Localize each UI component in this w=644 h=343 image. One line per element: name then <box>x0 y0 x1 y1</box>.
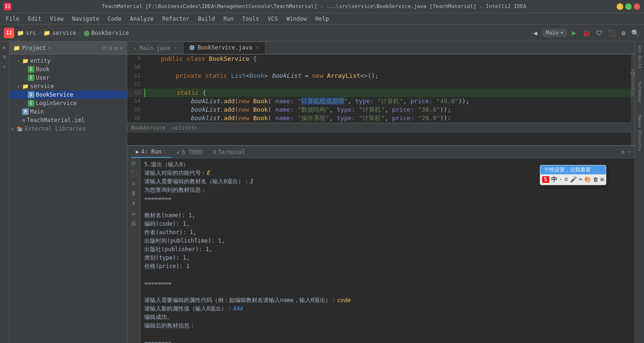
code-editor[interactable]: 9 public class BookService { 10 11 priva… <box>127 55 635 145</box>
ime-tool2-icon[interactable]: 🗑 <box>593 176 599 183</box>
close-panel-icon[interactable]: ✕ <box>120 45 123 51</box>
tree-service[interactable]: ▾ 📁 service <box>9 82 127 90</box>
menu-build[interactable]: Build <box>194 15 219 23</box>
close-button[interactable]: ✕ <box>634 3 640 10</box>
ime-dot-icon[interactable]: · <box>559 176 562 183</box>
menu-help[interactable]: Help <box>312 15 333 23</box>
favorites-icon[interactable]: ★ <box>1 62 8 70</box>
menu-file[interactable]: File <box>2 15 23 23</box>
window-controls[interactable]: ─ □ ✕ <box>617 3 640 10</box>
sync-icon[interactable]: ⟳ <box>102 45 107 51</box>
print-icon[interactable]: 🖨 <box>131 220 137 227</box>
database-icon[interactable]: Database <box>636 80 643 104</box>
menu-code[interactable]: Code <box>104 15 125 23</box>
class-icon: C <box>28 100 34 106</box>
stop-console-icon[interactable]: ⬛ <box>130 170 138 177</box>
tab-run-label: 4: Run <box>141 148 161 155</box>
rerun-icon[interactable]: ⟳ <box>131 160 136 167</box>
code-line-15: 15 bookList.add(new Book( name: "数据结构", … <box>127 106 635 114</box>
tab-terminal-label: Terminal <box>218 149 245 155</box>
breadcrumb-src[interactable]: 📁 <box>17 30 24 36</box>
minimize-button[interactable]: ─ <box>617 3 623 10</box>
menu-tools[interactable]: Tools <box>239 15 263 23</box>
folder-icon: 📚 <box>17 126 23 132</box>
console-line: ======== <box>144 279 631 287</box>
console-line: 价格(price): 1 <box>144 262 631 270</box>
settings-icon[interactable]: ⚙ <box>621 149 625 155</box>
tree-main[interactable]: M Main <box>9 107 127 116</box>
breadcrumb-class-icon: ⬤ <box>83 30 90 36</box>
console-output[interactable]: 5.退出（输入0） 请输入对应的功能代号：E 请输入需要编辑的教材名（输入0退出… <box>140 158 635 343</box>
debug-button[interactable]: 🐞 <box>581 28 591 38</box>
tree-loginservice[interactable]: C LoginService <box>9 99 127 107</box>
menu-vcs[interactable]: VCS <box>264 15 282 23</box>
ime-cn-icon[interactable]: 中 <box>551 175 557 184</box>
coverage-button[interactable]: 🛡 <box>595 28 603 38</box>
console-line: 出版社(publisher): 1, <box>144 245 631 253</box>
run-config[interactable]: Main ▾ <box>542 29 567 37</box>
collapse-icon[interactable]: ⊟ <box>109 45 112 51</box>
back-icon[interactable]: ◀ <box>532 28 538 38</box>
stop-button[interactable]: ⬛ <box>607 28 617 38</box>
menu-navigate[interactable]: Navigate <box>68 15 103 23</box>
ime-popup[interactable]: 个性设置，点我看看 S 中 · ☺ 🎤 ⌨ 🎨 🗑 ⊞ <box>540 165 606 185</box>
service-file-icon: ⬤ <box>189 44 195 50</box>
maximize-button[interactable]: □ <box>625 3 632 10</box>
ant-build-icon[interactable]: Ant Build <box>636 43 643 70</box>
menu-run[interactable]: Run <box>220 15 238 23</box>
run-icon: ▶ <box>136 148 139 155</box>
tab-close-icon[interactable]: ✕ <box>256 44 259 50</box>
module-icon: ⊞ <box>22 117 25 123</box>
tab-main[interactable]: ☕ Main.java ✕ <box>127 41 183 54</box>
breadcrumb-service-label[interactable]: service <box>52 30 76 36</box>
menu-view[interactable]: View <box>46 15 67 23</box>
tab-bookservice[interactable]: ⬤ BookService.java ✕ <box>183 41 265 54</box>
ime-keyboard-icon[interactable]: ⌨ <box>579 176 582 183</box>
project-tree: ▾ 📁 entity C Book C User ▾ 📁 service <box>9 55 127 343</box>
gear-icon[interactable]: ⚙ <box>115 45 118 51</box>
tab-run-close[interactable]: ✕ <box>164 149 166 154</box>
menu-refactor[interactable]: Refactor <box>158 15 193 23</box>
menu-analyze[interactable]: Analyze <box>126 15 157 23</box>
structure-icon[interactable]: ⊞ <box>1 53 8 60</box>
breadcrumb-src-label[interactable]: src <box>26 30 36 36</box>
ime-tool3-icon[interactable]: ⊞ <box>601 176 604 183</box>
maven-projects-icon[interactable]: Maven Projects <box>636 113 643 153</box>
menu-edit[interactable]: Edit <box>24 15 45 23</box>
project-icon[interactable]: ▶ <box>1 43 8 51</box>
ime-header-text: 个性设置，点我看看 <box>544 166 591 173</box>
code-line-14: 14 bookList.add(new Book( name: "计算机组成原理… <box>127 97 635 106</box>
close-console-icon[interactable]: ✕ <box>132 180 136 187</box>
tree-iml[interactable]: ⊞ TeachMaterial.iml <box>9 116 127 124</box>
search-icon[interactable]: 🔍 <box>630 28 640 38</box>
tree-bookservice-label: BookService <box>36 91 73 98</box>
tree-entity[interactable]: ▾ 📁 entity <box>9 57 127 65</box>
pause-icon[interactable]: ⏸ <box>131 190 137 197</box>
scroll-down-icon[interactable]: ⬇ <box>132 200 136 207</box>
settings-icon[interactable]: ⚙ <box>621 28 627 38</box>
scroll-thumb[interactable] <box>631 68 634 97</box>
tree-iml-label: TeachMaterial.iml <box>27 117 85 123</box>
menu-window[interactable]: Window <box>282 15 310 23</box>
minimize-panel-icon[interactable]: ─ <box>627 149 631 155</box>
console-line: 作者(author): 1, <box>144 228 631 237</box>
console-line: 请输入新的属性值（输入0退出）：AAA <box>144 304 631 313</box>
tab-close-icon[interactable]: ✕ <box>174 45 177 51</box>
tab-todo[interactable]: ✔ 6 TODO <box>172 147 207 158</box>
ime-tool1-icon[interactable]: 🎨 <box>584 176 591 183</box>
tab-run[interactable]: ▶ 4: Run ✕ <box>131 147 171 158</box>
run-button[interactable]: ▶ <box>571 27 578 38</box>
tab-terminal[interactable]: ⌘ Terminal <box>208 147 250 158</box>
console-line <box>144 270 631 279</box>
tree-user[interactable]: C User <box>9 74 127 82</box>
tree-book[interactable]: C Book <box>9 65 127 74</box>
soft-wrap-icon[interactable]: ↵ <box>132 210 136 217</box>
ime-mic-icon[interactable]: 🎤 <box>570 176 577 183</box>
breadcrumb-class-label[interactable]: BookService <box>91 30 129 36</box>
editor-scrollbar[interactable] <box>631 55 635 145</box>
tree-ext-libs[interactable]: ▸ 📚 External Libraries <box>9 124 127 133</box>
console-line: 编码(code): 1, <box>144 220 631 228</box>
tree-bookservice[interactable]: S BookService <box>9 90 127 99</box>
ime-emoji-icon[interactable]: ☺ <box>564 176 568 183</box>
java-file-icon: ☕ <box>133 45 137 51</box>
